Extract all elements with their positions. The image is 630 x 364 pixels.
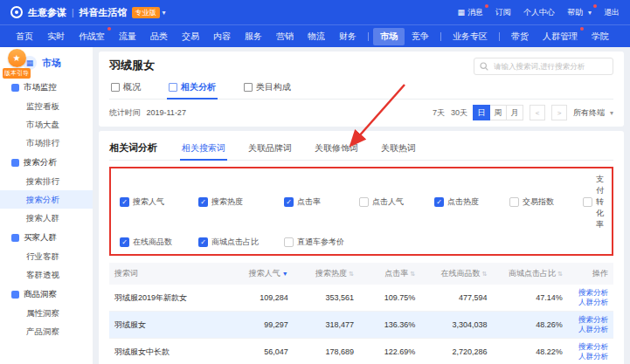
next-button[interactable]: > [551,105,567,120]
metric-checkbox-0[interactable]: ✓搜索人气 [120,174,198,230]
header-action-4[interactable]: 退出 [604,7,620,18]
sidebar-item-1-0[interactable]: 搜索排行 [0,172,93,190]
sidebar-item-2-1[interactable]: 客群透视 [0,265,93,284]
prev-button[interactable]: < [530,105,545,120]
checkbox-checked-icon: ✓ [198,197,208,207]
sidebar-item-1-2[interactable]: 搜索人群 [0,209,93,227]
nav-item-8[interactable]: 营销 [269,28,301,45]
header-action-label: 订阅 [495,7,511,18]
version-guide-badge[interactable]: ★ 版本引导 [2,49,31,79]
product-name: 抖音生活馆 [80,6,128,19]
nav-item-14[interactable]: 带货 [504,28,536,45]
sub-tab-0[interactable]: 相关搜索词 [180,137,227,160]
terminal-select[interactable]: 所有终端▾ [573,107,613,119]
metric-checkbox-1[interactable]: ✓搜索热度 [198,174,284,230]
value-cell-4: 47.14% [492,285,567,312]
sort-icon[interactable]: ⇅ [557,271,563,277]
checkbox-unchecked-icon [284,237,294,247]
action-link-1[interactable]: 人群分析 [573,325,608,334]
column-header-5[interactable]: 商城点击占比⇅ [492,263,567,285]
range-quick-0[interactable]: 7天 [433,107,445,119]
sidebar-section-0: 市场监控 [0,77,93,97]
action-link-1[interactable]: 人群分析 [573,298,608,307]
date-unit-2[interactable]: 月 [506,105,523,120]
nav-item-12[interactable]: 竞争 [405,28,436,45]
tab-0[interactable]: 概况 [109,77,142,99]
nav-item-0[interactable]: 首页 [9,28,40,45]
nav-item-label: 财务 [339,31,357,41]
sidebar-item-0-0[interactable]: 监控看板 [0,97,93,115]
sidebar-item-2-0[interactable]: 行业客群 [0,247,93,265]
action-link-0[interactable]: 搜索分析 [573,342,608,352]
action-link-1[interactable]: 人群分析 [573,352,608,361]
tab-2[interactable]: 类目构成 [242,77,293,99]
metric-checkbox-6[interactable]: 支付转化率 [583,174,604,230]
sidebar-section-2: 买家人群 [0,227,93,247]
header-action-2[interactable]: 个人中心 [523,7,555,18]
sort-icon[interactable]: ⇅ [482,271,488,277]
nav-item-7[interactable]: 服务 [238,28,269,45]
nav-item-6[interactable]: 内容 [206,28,238,45]
nav-item-11[interactable]: 市场 [373,28,405,45]
header-action-3[interactable]: 帮助▾ [567,7,592,18]
table-row: 羽绒服2019年新款女109,284353,561109.75%477,5944… [109,285,613,312]
value-cell-1: 318,477 [294,312,359,339]
nav-item-10[interactable]: 财务 [332,28,363,45]
sort-desc-icon[interactable]: ▼ [282,271,288,277]
sidebar: ▦ 市场 市场监控监控看板市场大盘市场排行搜索分析搜索排行搜索分析搜索人群买家人… [0,47,93,364]
metric-checkbox-5[interactable]: 交易指数 [509,174,583,230]
header-action-0[interactable]: ▦消息 [457,7,483,18]
search-term-cell: 羽绒服女 [109,312,227,339]
sub-tab-1[interactable]: 关联品牌词 [246,137,294,160]
header-action-1[interactable]: 订阅 [495,7,511,18]
metric-checkbox-8[interactable]: ✓商城点击占比 [198,237,284,248]
nav-item-5[interactable]: 交易 [175,28,206,45]
sort-icon[interactable]: ⇅ [349,271,354,277]
nav-item-13[interactable]: 业务专区 [446,28,495,45]
nav-item-label: 市场 [380,31,398,41]
nav-item-1[interactable]: 实时 [40,28,72,45]
column-header-4[interactable]: 在线商品数⇅ [420,263,492,285]
nav-item-16[interactable]: 学院 [585,28,616,45]
nav-item-4[interactable]: 品类 [143,28,175,45]
nav-item-9[interactable]: 物流 [301,28,332,45]
action-link-0[interactable]: 搜索分析 [573,288,608,298]
sub-tab-3[interactable]: 关联热词 [379,137,418,160]
sidebar-item-3-0[interactable]: 属性洞察 [0,304,93,322]
sidebar-item-1-1[interactable]: 搜索分析 [0,190,93,209]
range-quick-1[interactable]: 30天 [451,107,467,119]
nav-item-2[interactable]: 作战室 [72,28,112,45]
nav-divider [368,32,369,41]
tab-label: 概况 [123,81,141,93]
metric-checkbox-3[interactable]: 点击人气 [359,174,434,230]
metric-checkbox-9[interactable]: 直通车参考价 [284,237,359,248]
nav-item-3[interactable]: 流量 [112,28,143,45]
sidebar-item-0-1[interactable]: 市场大盘 [0,115,93,134]
sort-icon[interactable]: ⇅ [410,271,415,277]
nav-divider [499,32,500,41]
search-input[interactable] [492,61,607,72]
nav-item-label: 实时 [47,31,65,41]
section-icon [11,159,19,167]
sidebar-item-3-1[interactable]: 产品洞察 [0,322,93,340]
metric-checkbox-2[interactable]: ✓点击率 [284,174,359,230]
tab-icon [111,83,120,92]
stat-time-value: 2019-11-27 [147,108,186,117]
column-header-2[interactable]: 搜索热度⇅ [294,263,359,285]
chevron-down-icon[interactable]: ▾ [163,9,166,17]
nav-item-label: 营销 [276,31,294,41]
column-header-1[interactable]: 搜索人气▼ [227,263,293,285]
column-header-3[interactable]: 点击率⇅ [359,263,420,285]
tab-1[interactable]: 相关分析 [167,77,218,99]
action-link-0[interactable]: 搜索分析 [573,315,608,325]
sidebar-item-0-2[interactable]: 市场排行 [0,134,93,152]
date-unit-0[interactable]: 日 [473,105,490,120]
nav-item-15[interactable]: 人群管理 [536,28,585,45]
nav-divider [440,32,441,41]
section-icon [11,234,19,242]
metric-checkbox-7[interactable]: ✓在线商品数 [120,237,198,248]
metric-checkbox-4[interactable]: ✓点击热度 [434,174,509,230]
date-unit-1[interactable]: 周 [489,105,507,120]
value-cell-2: 136.36% [359,312,420,339]
sub-tab-2[interactable]: 关联修饰词 [313,137,360,160]
